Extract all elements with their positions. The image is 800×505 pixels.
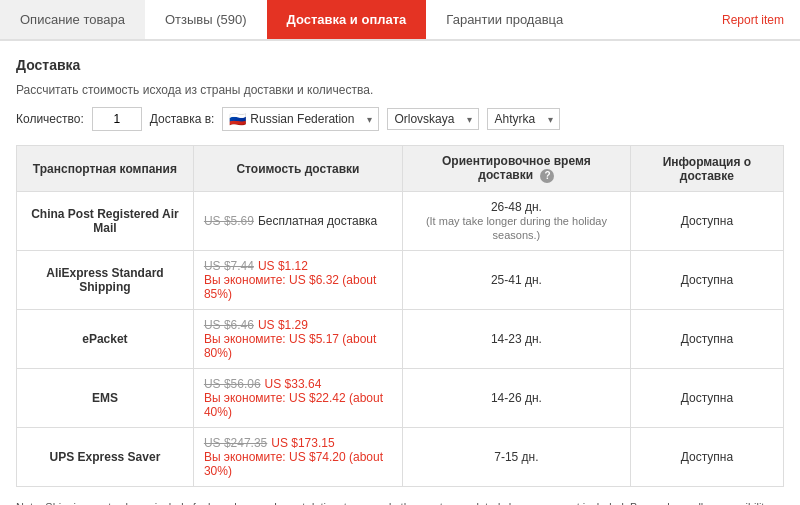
country-select[interactable]: 🇷🇺 Russian Federation xyxy=(222,107,379,131)
price-old: US $6.46 xyxy=(204,318,254,332)
table-row: UPS Express SaverUS $247.35US $173.15Вы … xyxy=(17,428,784,487)
carrier-cell: AliExpress Standard Shipping xyxy=(17,251,194,310)
price-cell: US $6.46US $1.29Вы экономите: US $5.17 (… xyxy=(193,310,402,369)
price-cell: US $5.69Бесплатная доставка xyxy=(193,192,402,251)
price-savings: Вы экономите: US $74.20 (about 30%) xyxy=(204,450,383,478)
delivery-info-cell: Доступна xyxy=(630,369,783,428)
carrier-cell: UPS Express Saver xyxy=(17,428,194,487)
carrier-cell: ePacket xyxy=(17,310,194,369)
quantity-label: Количество: xyxy=(16,112,84,126)
city-value: Ahtyrka xyxy=(494,112,535,126)
delivery-time: 26-48 дн. xyxy=(491,200,542,214)
price-cell: US $56.06US $33.64Вы экономите: US $22.4… xyxy=(193,369,402,428)
price-new: US $1.29 xyxy=(258,318,308,332)
header-time: Ориентировочное время доставки ? xyxy=(403,146,631,192)
region-value: Orlovskaya xyxy=(394,112,454,126)
delivery-content: Доставка Рассчитать стоимость исхода из … xyxy=(0,41,800,505)
country-flag: 🇷🇺 xyxy=(229,111,246,127)
delivery-time-cell: 14-26 дн. xyxy=(403,369,631,428)
price-old: US $7.44 xyxy=(204,259,254,273)
delivery-note: (It may take longer during the holiday s… xyxy=(426,215,607,241)
delivery-time-cell: 14-23 дн. xyxy=(403,310,631,369)
destination-label: Доставка в: xyxy=(150,112,215,126)
delivery-time-cell: 7-15 дн. xyxy=(403,428,631,487)
tab-delivery[interactable]: Доставка и оплата xyxy=(267,0,427,39)
delivery-time: 14-26 дн. xyxy=(491,391,542,405)
table-row: ePacketUS $6.46US $1.29Вы экономите: US … xyxy=(17,310,784,369)
header-time-text: Ориентировочное время доставки xyxy=(442,154,591,182)
header-cost: Стоимость доставки xyxy=(193,146,402,192)
price-new: US $173.15 xyxy=(271,436,334,450)
price-savings: Вы экономите: US $6.32 (about 85%) xyxy=(204,273,377,301)
delivery-time-cell: 25-41 дн. xyxy=(403,251,631,310)
delivery-time-cell: 26-48 дн.(It may take longer during the … xyxy=(403,192,631,251)
table-row: China Post Registered Air MailUS $5.69Бе… xyxy=(17,192,784,251)
price-old: US $56.06 xyxy=(204,377,261,391)
delivery-info-cell: Доступна xyxy=(630,310,783,369)
report-item-link[interactable]: Report item xyxy=(706,1,800,39)
price-old: US $247.35 xyxy=(204,436,267,450)
region-select[interactable]: Orlovskaya xyxy=(387,108,479,130)
tab-reviews[interactable]: Отзывы (590) xyxy=(145,0,267,39)
country-value: Russian Federation xyxy=(250,112,354,126)
table-header-row: Транспортная компания Стоимость доставки… xyxy=(17,146,784,192)
price-cell: US $247.35US $173.15Вы экономите: US $74… xyxy=(193,428,402,487)
quantity-input[interactable] xyxy=(92,107,142,131)
table-row: AliExpress Standard ShippingUS $7.44US $… xyxy=(17,251,784,310)
price-cell: US $7.44US $1.12Вы экономите: US $6.32 (… xyxy=(193,251,402,310)
delivery-info-cell: Доступна xyxy=(630,428,783,487)
price-new: US $33.64 xyxy=(265,377,322,391)
price-free: Бесплатная доставка xyxy=(258,214,377,228)
delivery-time: 7-15 дн. xyxy=(494,450,538,464)
delivery-time: 25-41 дн. xyxy=(491,273,542,287)
section-title: Доставка xyxy=(16,57,784,73)
table-row: EMSUS $56.06US $33.64Вы экономите: US $2… xyxy=(17,369,784,428)
tab-description[interactable]: Описание товара xyxy=(0,0,145,39)
price-savings: Вы экономите: US $22.42 (about 40%) xyxy=(204,391,383,419)
quantity-row: Количество: Доставка в: 🇷🇺 Russian Feder… xyxy=(16,107,784,131)
calc-text: Рассчитать стоимость исхода из страны до… xyxy=(16,83,784,97)
price-savings: Вы экономите: US $5.17 (about 80%) xyxy=(204,332,377,360)
notes-section: Note: Shipping costs shown include fuel … xyxy=(16,499,784,505)
delivery-info-cell: Доступна xyxy=(630,192,783,251)
header-carrier: Транспортная компания xyxy=(17,146,194,192)
delivery-time: 14-23 дн. xyxy=(491,332,542,346)
tabs-container: Описание товара Отзывы (590) Доставка и … xyxy=(0,0,800,41)
help-icon[interactable]: ? xyxy=(540,169,554,183)
city-select[interactable]: Ahtyrka xyxy=(487,108,560,130)
header-info: Информация о доставке xyxy=(630,146,783,192)
price-new: US $1.12 xyxy=(258,259,308,273)
price-old: US $5.69 xyxy=(204,214,254,228)
carrier-cell: China Post Registered Air Mail xyxy=(17,192,194,251)
tab-guarantee[interactable]: Гарантии продавца xyxy=(426,0,583,39)
shipping-table: Транспортная компания Стоимость доставки… xyxy=(16,145,784,487)
note1: Note: Shipping costs shown include fuel … xyxy=(16,499,784,505)
delivery-info-cell: Доступна xyxy=(630,251,783,310)
carrier-cell: EMS xyxy=(17,369,194,428)
